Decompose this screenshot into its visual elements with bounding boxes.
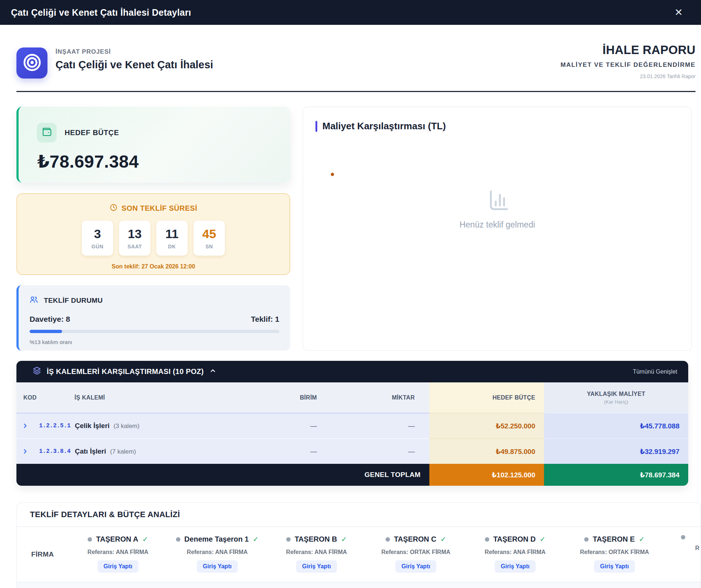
minutes-unit: DK — [168, 244, 176, 249]
col-budget: HEDEF BÜTÇE — [429, 382, 544, 413]
grand-total-cost: ₺78.697.384 — [544, 464, 688, 486]
countdown-boxes: 3 GÜN 13 SAAT 11 DK 45 SN — [17, 221, 290, 256]
modal-header: Çatı Çeliği ve Kenet Çatı İhalesi Detayl… — [0, 0, 701, 25]
firm-dot-icon — [176, 537, 180, 542]
firm-status-badge: Giriş Yaptı — [395, 560, 437, 573]
row-code: 1.2.3.8.4 — [39, 448, 75, 455]
minutes-value: 11 — [165, 227, 179, 241]
countdown-label: SON TEKLİF SÜRESİ — [122, 204, 197, 213]
firm-reference: Referans: ORTAK FİRMA — [381, 549, 450, 555]
wallet-icon-chip — [37, 123, 57, 142]
row-budget: ₺49.875.000 — [429, 438, 544, 464]
days-unit: GÜN — [92, 244, 104, 249]
row-item-count: (7 kalem) — [110, 448, 136, 455]
chart-stray-dot — [331, 173, 334, 176]
participation-caption: %13 katılım oranı — [30, 339, 279, 345]
hours-unit: SAAT — [127, 244, 142, 249]
chevron-right-icon[interactable] — [22, 422, 39, 429]
cost-comparison-panel: Maliyet Karşılaştırması (TL) Henüz tekli… — [303, 107, 692, 351]
status-label: TEKLİF DURUMU — [44, 297, 103, 305]
firm-cell: TAŞERON B✓ Referans: ANA FİRMA Giriş Yap… — [267, 527, 366, 582]
row-name: Çelik İşleri(3 kalem) — [75, 422, 269, 430]
table-row[interactable]: 1.2.2.5.1 Çelik İşleri(3 kalem) — — ₺52.… — [16, 413, 688, 438]
offer-status-card: TEKLİF DURUMU Davetiye: 8 Teklif: 1 %13 … — [16, 285, 290, 351]
work-items-title-group[interactable]: İŞ KALEMLERİ KARŞILAŞTIRMASI (10 POZ) — [32, 366, 217, 377]
deadline-countdown-card: SON TEKLİF SÜRESİ 3 GÜN 13 SAAT 11 DK 45… — [16, 193, 290, 275]
col-unit: BİRİM — [269, 394, 323, 401]
table-header-row: KOD İŞ KALEMİ BİRİM MİKTAR HEDEF BÜTÇE Y… — [16, 382, 688, 413]
col-qty: MİKTAR — [323, 394, 429, 401]
seconds-unit: SN — [206, 244, 213, 249]
participation-progressbar — [30, 330, 279, 333]
target-budget-amount: ₺78.697.384 — [37, 151, 290, 172]
firm-reference: Referans: ANA FİRMA — [187, 549, 248, 555]
hours-value: 13 — [128, 227, 142, 241]
report-date: 23.01.2026 Tarihli Rapor — [560, 73, 696, 79]
firm-name: TAŞERON A — [96, 535, 138, 543]
firm-name: TAŞERON B — [295, 535, 337, 543]
firm-cell: TAŞERON E✓ Referans: ORTAK FİRMA Giriş Y… — [565, 527, 664, 582]
report-meta: İHALE RAPORU MALİYET VE TEKLİF DEĞERLEND… — [560, 43, 696, 79]
chevron-right-icon[interactable] — [22, 448, 39, 455]
close-icon[interactable]: ✕ — [674, 8, 683, 18]
tender-report-modal: Çatı Çeliği ve Kenet Çatı İhalesi Detayl… — [0, 0, 701, 588]
row-name: Çatı İşleri(7 kalem) — [75, 447, 269, 455]
firm-status-badge: Giriş Yaptı — [296, 560, 337, 573]
firm-dot-icon — [88, 537, 92, 542]
grand-total-label: GENEL TOPLAM — [16, 464, 429, 486]
firm-name: TAŞERON E — [593, 535, 635, 543]
participation-progress-fill — [30, 330, 62, 333]
chart-title: Maliyet Karşılaştırması (TL) — [322, 121, 446, 132]
firm-reference: Referans: ORTAK FİRMA — [580, 549, 649, 555]
target-budget-label: HEDEF BÜTÇE — [65, 129, 119, 137]
firm-row-label: FİRMA — [17, 527, 68, 582]
clock-icon — [110, 203, 118, 213]
firm-cell: TAŞERON C✓ Referans: ORTAK FİRMA Giriş Y… — [366, 527, 466, 582]
row-code: 1.2.2.5.1 — [39, 423, 75, 429]
row-unit: — — [269, 422, 323, 430]
users-icon — [30, 295, 38, 306]
row-cost: ₺32.919.297 — [544, 438, 688, 464]
work-items-title: İŞ KALEMLERİ KARŞILAŞTIRMASI (10 POZ) — [47, 367, 204, 376]
project-logo — [16, 47, 47, 79]
col-cost-note: (Kar Hariç) — [604, 399, 628, 405]
project-title: Çatı Çeliği ve Kenet Çatı İhalesi — [55, 59, 213, 71]
row-cost: ₺45.778.088 — [544, 413, 688, 438]
offer-details-card: TEKLİF DETAYLARI & BÜTÇE ANALİZİ FİRMA T… — [16, 503, 701, 588]
firm-cell: Deneme Taşeron 1✓ Referans: ANA FİRMA Gi… — [168, 527, 267, 582]
countdown-hours: 13 SAAT — [119, 221, 150, 256]
firm-reference: R — [695, 545, 700, 551]
check-icon: ✓ — [540, 535, 545, 543]
firm-reference: Referans: ANA FİRMA — [485, 549, 546, 555]
firm-status-badge: Giriş Yaptı — [197, 560, 238, 573]
layers-icon — [32, 366, 41, 377]
grand-total-budget: ₺102.125.000 — [429, 464, 544, 486]
bar-chart-icon — [485, 188, 509, 214]
table-row[interactable]: 1.2.3.8.4 Çatı İşleri(7 kalem) — — ₺49.8… — [16, 438, 688, 464]
col-cost: YAKLAŞIK MALİYET (Kar Hariç) — [544, 382, 688, 413]
firm-cell-partial: R — [664, 527, 701, 582]
check-icon: ✓ — [341, 535, 347, 543]
firm-reference: Referans: ANA FİRMA — [286, 549, 347, 555]
offer-details-title: TEKLİF DETAYLARI & BÜTÇE ANALİZİ — [17, 503, 701, 527]
firm-status-badge: Giriş Yaptı — [594, 560, 635, 573]
expand-all-button[interactable]: Tümünü Genişlet — [633, 369, 677, 375]
report-subtitle: MALİYET VE TEKLİF DEĞERLENDİRME — [560, 61, 696, 69]
check-icon: ✓ — [639, 535, 645, 543]
chart-empty-state: Henüz teklif gelmedi — [303, 188, 692, 230]
firm-name: TAŞERON C — [394, 535, 436, 543]
wallet-icon — [41, 126, 52, 139]
check-icon: ✓ — [253, 535, 258, 543]
row-unit: — — [269, 448, 323, 455]
firm-status-badge: Giriş Yaptı — [495, 560, 536, 573]
deadline-text: Son teklif: 27 Ocak 2026 12:00 — [17, 263, 290, 270]
target-icon — [23, 53, 42, 73]
header-divider — [16, 91, 696, 92]
firm-cell: TAŞERON D✓ Referans: ANA FİRMA Giriş Yap… — [466, 527, 565, 582]
title-accent-bar — [315, 121, 317, 132]
work-items-table: İŞ KALEMLERİ KARŞILAŞTIRMASI (10 POZ) Tü… — [16, 361, 688, 486]
target-budget-card: HEDEF BÜTÇE ₺78.697.384 — [16, 107, 290, 183]
work-items-header-bar: İŞ KALEMLERİ KARŞILAŞTIRMASI (10 POZ) Tü… — [16, 361, 688, 382]
modal-title: Çatı Çeliği ve Kenet Çatı İhalesi Detayl… — [11, 7, 191, 18]
chevron-up-icon[interactable] — [209, 367, 217, 376]
